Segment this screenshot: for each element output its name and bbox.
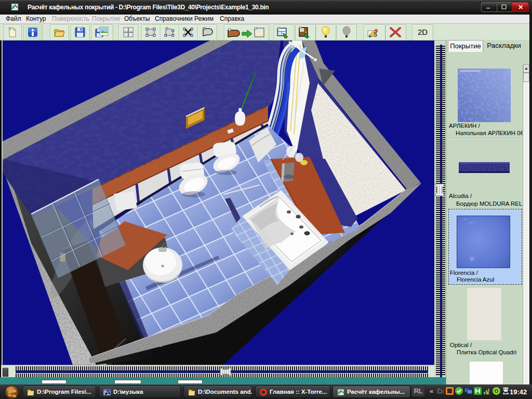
- svg-text:S: S: [374, 32, 377, 37]
- svg-text:!: !: [488, 392, 489, 395]
